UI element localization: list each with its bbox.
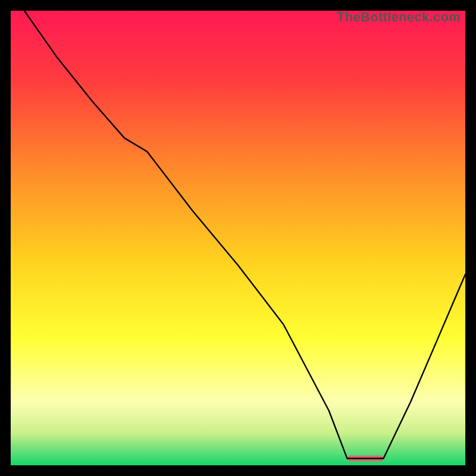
gradient-background: [11, 11, 465, 465]
bottleneck-chart: [11, 11, 465, 465]
chart-frame: TheBottleneck.com: [11, 11, 465, 465]
